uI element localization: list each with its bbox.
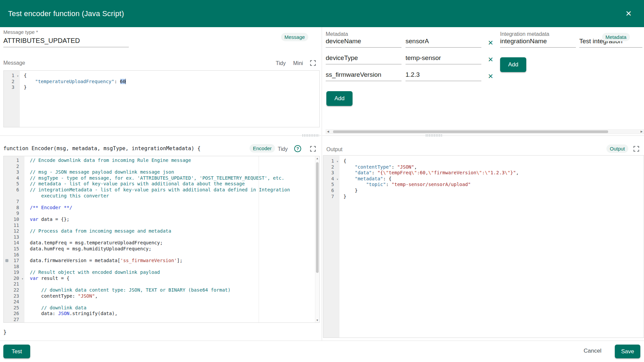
code-text: // metadata - list of key-value pairs wi… bbox=[24, 181, 245, 187]
code-text bbox=[24, 317, 30, 323]
code-text bbox=[24, 299, 30, 305]
save-button[interactable]: Save bbox=[615, 345, 640, 358]
line-number: 1▾ bbox=[323, 158, 339, 164]
remove-row-button[interactable]: × bbox=[488, 38, 493, 47]
code-line: executing this converter bbox=[4, 193, 319, 199]
scroll-right-icon[interactable]: ▶ bbox=[641, 130, 643, 133]
code-line: 6// integrationMetadata - list of key-va… bbox=[4, 187, 319, 193]
metadata-add-button[interactable]: Add bbox=[326, 91, 353, 106]
left-splitter-grip[interactable] bbox=[302, 134, 319, 137]
code-line: 22 // downlink data content type: JSON, … bbox=[4, 287, 319, 293]
code-line: 16 bbox=[4, 252, 319, 258]
column-divider[interactable] bbox=[322, 27, 322, 341]
test-button[interactable]: Test bbox=[3, 345, 30, 358]
code-line: 4▾ "metadata": { bbox=[323, 176, 644, 182]
message-type-input[interactable]: ATTRIBUTES_UPDATED bbox=[3, 37, 129, 47]
line-number: 4 bbox=[4, 175, 24, 181]
dialog-footer: Test Cancel Save bbox=[0, 341, 644, 362]
test-encoder-dialog: Test encoder function (Java Script) × Me… bbox=[0, 0, 644, 362]
line-number: 7 bbox=[4, 199, 24, 205]
encoder-editor[interactable]: 1// Encode downlink data from incoming R… bbox=[3, 156, 320, 323]
message-type-label: Message type * bbox=[3, 29, 38, 35]
output-label: Output bbox=[326, 146, 342, 153]
scroll-left-icon[interactable]: ◀ bbox=[327, 130, 329, 133]
message-tidy-button[interactable]: Tidy bbox=[276, 60, 286, 66]
scrollbar-thumb[interactable] bbox=[333, 130, 608, 133]
scroll-up-icon[interactable]: ▲ bbox=[315, 157, 319, 160]
integration-add-button[interactable]: Add bbox=[500, 57, 526, 72]
line-number: 4▾ bbox=[323, 176, 339, 182]
code-line: 18 bbox=[4, 264, 319, 270]
encoder-signature: function Encoder(msg, metadata, msgType,… bbox=[3, 145, 201, 152]
code-line: 7} bbox=[323, 194, 644, 200]
fold-arrow-icon[interactable]: ▾ bbox=[17, 73, 19, 79]
message-editor-label: Message bbox=[3, 60, 25, 66]
encoder-fullscreen-icon[interactable] bbox=[309, 145, 317, 154]
code-text: // msg - JSON message payload downlink m… bbox=[24, 169, 174, 175]
code-line: 17data.firmwareVersion = metadata['ss_fi… bbox=[4, 258, 319, 264]
output-editor[interactable]: 1▾{2 "contentType": "JSON",3 "data": "{\… bbox=[323, 155, 644, 338]
fold-arrow-icon[interactable]: ▾ bbox=[336, 159, 338, 165]
metadata-key-input[interactable]: ss_firmwareVersion bbox=[326, 71, 401, 81]
scroll-down-icon[interactable]: ▼ bbox=[315, 319, 319, 322]
metadata-hscrollbar[interactable]: ◀ ▶ bbox=[326, 129, 644, 134]
line-number: 5 bbox=[4, 181, 24, 187]
metadata-key-input[interactable]: deviceName bbox=[326, 38, 401, 48]
line-number: 22 bbox=[4, 287, 24, 293]
metadata-value-input[interactable]: temp-sensor bbox=[406, 54, 481, 64]
metadata-value-input[interactable]: sensorA bbox=[406, 38, 481, 48]
fold-arrow-icon[interactable]: ▾ bbox=[336, 176, 338, 182]
integration-key-input[interactable]: integrationName bbox=[500, 38, 576, 48]
message-editor[interactable]: 1▾{2 "temperatureUploadFrequency": 603} bbox=[3, 70, 320, 127]
line-number: 6 bbox=[323, 188, 339, 194]
line-number: 2 bbox=[323, 164, 339, 170]
remove-row-button[interactable]: × bbox=[488, 55, 493, 64]
code-line: 8/** Encoder **/ bbox=[4, 205, 319, 211]
code-text bbox=[24, 223, 30, 229]
remove-row-button[interactable]: × bbox=[488, 72, 493, 80]
encoder-help-icon[interactable]: ? bbox=[294, 145, 301, 152]
cancel-button[interactable]: Cancel bbox=[584, 348, 601, 354]
message-mini-button[interactable]: Mini bbox=[293, 60, 303, 66]
left-splitter bbox=[0, 135, 321, 136]
message-fullscreen-icon[interactable] bbox=[309, 59, 317, 68]
line-number: 18 bbox=[4, 264, 24, 270]
close-icon: × bbox=[626, 8, 632, 19]
code-text bbox=[24, 199, 30, 205]
integration-metadata-label: Integration metadata bbox=[500, 31, 549, 37]
encoder-tidy-button[interactable]: Tidy bbox=[278, 146, 288, 152]
output-fullscreen-icon[interactable] bbox=[633, 145, 640, 154]
code-line: 24 bbox=[4, 299, 319, 305]
line-number: 2 bbox=[4, 79, 20, 85]
line-number bbox=[4, 193, 24, 199]
code-text: data.firmwareVersion = metadata['ss_firm… bbox=[24, 258, 182, 264]
line-number: 2 bbox=[4, 164, 24, 170]
code-line: 2 bbox=[4, 164, 319, 170]
code-text: data: JSON.stringify(data), bbox=[24, 311, 117, 317]
code-line: 10var data = {}; bbox=[4, 217, 319, 223]
code-line: 15data.humFreq = msg.humidityUploadFrequ… bbox=[4, 246, 319, 252]
encoder-editor-scrollbar[interactable]: ▲ ▼ bbox=[315, 156, 319, 322]
scrollbar-thumb[interactable] bbox=[316, 162, 319, 273]
line-number: 17 bbox=[4, 258, 24, 264]
line-number: 1 bbox=[4, 158, 24, 164]
line-number: 12 bbox=[4, 228, 24, 234]
code-text: "contentType": "JSON", bbox=[339, 164, 417, 170]
metadata-key-input[interactable]: deviceType bbox=[326, 54, 401, 64]
close-button[interactable]: × bbox=[621, 6, 636, 21]
line-number: 19 bbox=[4, 269, 24, 276]
code-text: // Process data from incoming message an… bbox=[24, 228, 171, 234]
line-number: 8 bbox=[4, 205, 24, 211]
code-text: executing this converter bbox=[24, 193, 109, 199]
line-number: 23 bbox=[4, 293, 24, 299]
code-line: 27 bbox=[4, 317, 319, 323]
code-line: 25 // downlink data bbox=[4, 305, 319, 311]
metadata-value-input[interactable]: 1.2.3 bbox=[406, 71, 481, 81]
code-line: 9 bbox=[4, 210, 319, 217]
code-text bbox=[24, 234, 30, 240]
fold-arrow-icon[interactable]: ▾ bbox=[21, 276, 23, 282]
code-text: // downlink data bbox=[24, 305, 87, 311]
right-splitter-grip[interactable] bbox=[425, 134, 443, 137]
code-text: "temperatureUploadFrequency": 60 bbox=[20, 79, 126, 85]
line-number: 11 bbox=[4, 223, 24, 229]
